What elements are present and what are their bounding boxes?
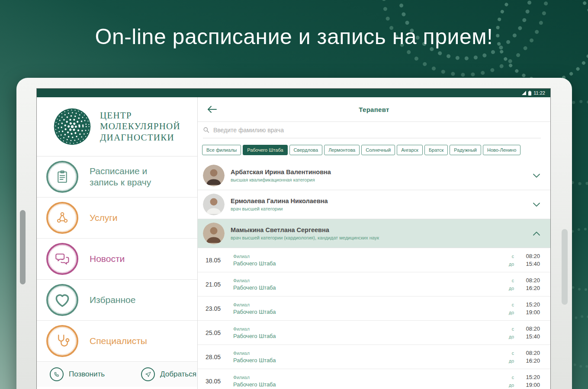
directions-button[interactable]: Добраться [141, 367, 196, 381]
time-from-value: 15:20 [518, 301, 540, 308]
time-from-label: с [509, 351, 514, 356]
schedule-list: 18.05 Филиал Рабочего Штаба с 08:20 до 1… [198, 248, 550, 389]
search-icon [203, 127, 209, 133]
heart-icon [46, 284, 78, 316]
navigate-icon [141, 367, 155, 381]
time-to-value: 19:00 [518, 382, 540, 388]
schedule-row[interactable]: 18.05 Филиал Рабочего Штаба с 08:20 до 1… [198, 248, 550, 272]
doctor-category: врач высшей категории (кардиология), кан… [231, 235, 533, 240]
molecule-icon [46, 202, 78, 234]
phone-icon [50, 367, 64, 381]
branch-label: Филиал [233, 278, 509, 283]
time-from-label: с [509, 302, 514, 307]
hero-title: On-line расписание и запись на прием! [0, 24, 588, 49]
time-from-value: 08:20 [518, 253, 540, 259]
status-bar: 11:22 [37, 89, 550, 97]
doctor-list: Арбатская Ирина Валентиновна высшая квал… [198, 161, 550, 248]
time-to-label: до [509, 286, 514, 291]
chevron-up-icon[interactable] [533, 232, 540, 236]
app-logo: ЦЕНТР МОЛЕКУЛЯРНОЙ ДИАГНОСТИКИ [37, 97, 197, 156]
chevron-down-icon[interactable] [533, 174, 540, 178]
schedule-date: 21.05 [206, 281, 227, 288]
schedule-row[interactable]: 25.05 Филиал Рабочего Штаба с 08:20 до 1… [198, 321, 550, 345]
schedule-times: с 15:20 до 19:00 [509, 374, 540, 388]
directions-button-label: Добраться [160, 370, 196, 379]
time-to-label: до [509, 261, 514, 267]
doctor-row[interactable]: Ермолаева Галина Николаевна врач высшей … [198, 190, 550, 219]
schedule-row[interactable]: 28.05 Филиал Рабочего Штаба с 08:20 до 1… [198, 345, 550, 369]
chevron-down-icon[interactable] [533, 203, 540, 207]
call-button-label: Позвонить [69, 370, 105, 379]
schedule-date: 18.05 [206, 257, 227, 264]
time-to-value: 15:40 [518, 333, 540, 340]
time-from-value: 08:20 [518, 350, 540, 356]
doctor-avatar [203, 223, 225, 244]
doctor-name: Ермолаева Галина Николаевна [231, 198, 533, 204]
signal-icon [522, 91, 526, 95]
branch-filter-chip[interactable]: Свердлова [289, 145, 323, 155]
branch-name: Рабочего Штаба [233, 357, 509, 363]
sidebar-item[interactable]: Новости [37, 239, 197, 280]
schedule-branch: Филиал Рабочего Штаба [227, 351, 509, 363]
doctor-info: Арбатская Ирина Валентиновна высшая квал… [231, 169, 533, 182]
logo-text: ЦЕНТР МОЛЕКУЛЯРНОЙ ДИАГНОСТИКИ [100, 110, 180, 143]
sidebar-item[interactable]: Услуги [37, 198, 197, 239]
branch-filter-chip[interactable]: Солнечный [361, 145, 395, 155]
tablet-right-grip [562, 229, 568, 305]
branch-label: Филиал [233, 326, 509, 332]
branch-filter-chip[interactable]: Рабочего Штаба [243, 145, 287, 155]
time-to-value: 16:20 [518, 357, 540, 364]
time-to-label: до [509, 383, 514, 388]
time-from-label: с [509, 278, 514, 283]
logo-line-1: ЦЕНТР [100, 110, 180, 121]
tablet-frame: 11:22 [16, 78, 572, 389]
doctor-row[interactable]: Арбатская Ирина Валентиновна высшая квал… [198, 161, 550, 190]
doctor-category: высшая квалификационная категория [231, 177, 533, 182]
schedule-times: с 08:20 до 16:20 [509, 277, 540, 291]
time-to-label: до [509, 310, 514, 315]
doctor-name: Арбатская Ирина Валентиновна [231, 169, 533, 175]
sidebar: ЦЕНТР МОЛЕКУЛЯРНОЙ ДИАГНОСТИКИ Расписани… [37, 97, 198, 389]
sidebar-item-label: Расписание и запись к врачу [90, 166, 170, 188]
sidebar-footer: Позвонить Добраться [37, 362, 197, 387]
schedule-date: 23.05 [206, 305, 227, 312]
stethoscope-icon [46, 325, 78, 357]
sidebar-item[interactable]: Избранное [37, 280, 197, 321]
schedule-row[interactable]: 21.05 Филиал Рабочего Штаба с 08:20 до 1… [198, 272, 550, 297]
branch-filter-chip[interactable]: Ангарск [397, 145, 423, 155]
schedule-date: 28.05 [206, 354, 227, 360]
sidebar-item-label: Услуги [90, 212, 118, 223]
schedule-row[interactable]: 23.05 Филиал Рабочего Штаба с 15:20 до 1… [198, 297, 550, 321]
schedule-branch: Филиал Рабочего Штаба [227, 375, 509, 388]
clipboard-icon [46, 161, 78, 193]
search-input[interactable] [213, 127, 541, 134]
branch-label: Филиал [233, 302, 509, 307]
sidebar-item-label: Специалисты [90, 335, 147, 347]
branch-filter-chip[interactable]: Ново-Ленино [483, 145, 521, 155]
schedule-times: с 08:20 до 16:20 [509, 350, 540, 364]
back-button[interactable] [207, 105, 217, 113]
schedule-times: с 15:20 до 19:00 [509, 301, 540, 316]
time-to-value: 16:20 [518, 285, 540, 291]
status-time: 11:22 [533, 90, 545, 96]
time-from-value: 15:20 [518, 374, 540, 380]
branch-filter-chip[interactable]: Все филиалы [202, 145, 241, 155]
branch-label: Филиал [233, 254, 509, 259]
call-button[interactable]: Позвонить [50, 367, 105, 381]
branch-filter-chip[interactable]: Братск [424, 145, 448, 155]
time-to-value: 15:40 [518, 261, 540, 267]
branch-name: Рабочего Штаба [233, 333, 509, 339]
time-from-value: 08:20 [518, 277, 540, 284]
branch-filter-chip[interactable]: Лермонтова [324, 145, 360, 155]
branch-filter-chip[interactable]: Радужный [450, 145, 481, 155]
doctor-row[interactable]: Мамыкина Светлана Сергеевна врач высшей … [198, 219, 550, 248]
branch-label: Филиал [233, 351, 509, 356]
branch-name: Рабочего Штаба [233, 284, 509, 291]
time-from-label: с [509, 375, 514, 380]
schedule-row[interactable]: 30.05 Филиал Рабочего Штаба с 15:20 до 1… [198, 369, 550, 389]
sidebar-menu: Расписание и запись к врачу Услуги Новос… [37, 156, 197, 362]
page-title: Терапевт [359, 106, 389, 113]
sidebar-item[interactable]: Специалисты [37, 321, 197, 362]
schedule-branch: Филиал Рабочего Штаба [227, 302, 509, 315]
sidebar-item[interactable]: Расписание и запись к врачу [37, 156, 197, 198]
